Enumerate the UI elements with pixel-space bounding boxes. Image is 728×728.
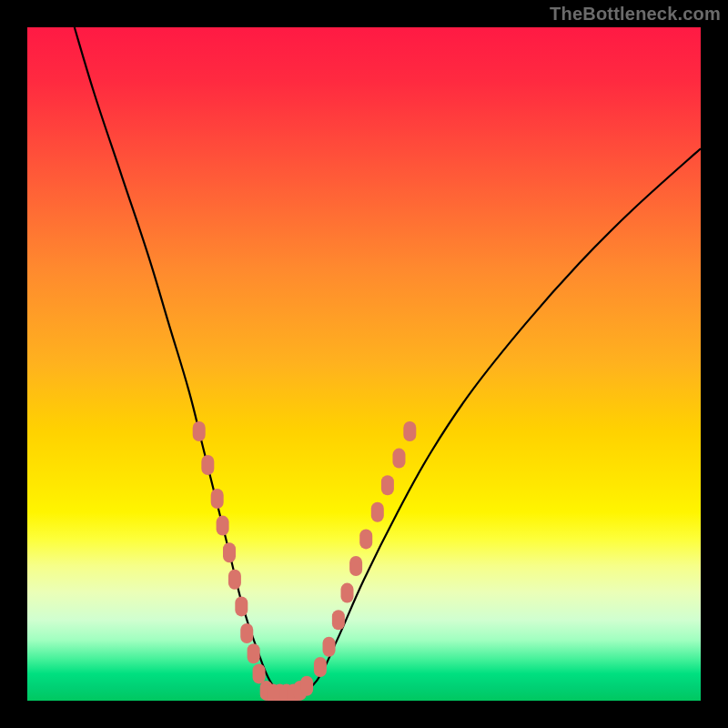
bottleneck-curve (75, 27, 701, 696)
data-marker (217, 516, 229, 536)
watermark-text: TheBottleneck.com (550, 4, 721, 25)
data-marker (341, 583, 354, 603)
marker-group (193, 421, 417, 701)
data-marker (323, 637, 336, 657)
data-marker (403, 421, 416, 441)
data-marker (371, 502, 384, 522)
curve-layer (27, 27, 701, 701)
data-marker (240, 623, 253, 643)
data-marker (381, 475, 394, 495)
data-marker (332, 610, 345, 630)
plot-area (27, 27, 701, 701)
data-marker (228, 570, 241, 590)
data-marker (359, 529, 372, 549)
data-marker (253, 663, 266, 683)
data-marker (211, 489, 224, 509)
data-marker (223, 542, 236, 562)
data-marker (300, 676, 313, 696)
data-marker (392, 449, 405, 469)
data-marker (235, 596, 248, 616)
data-marker (193, 421, 206, 441)
data-marker (314, 657, 327, 677)
chart-frame: TheBottleneck.com (0, 0, 728, 728)
data-marker (248, 643, 260, 663)
data-marker (201, 455, 214, 475)
data-marker (349, 556, 362, 576)
